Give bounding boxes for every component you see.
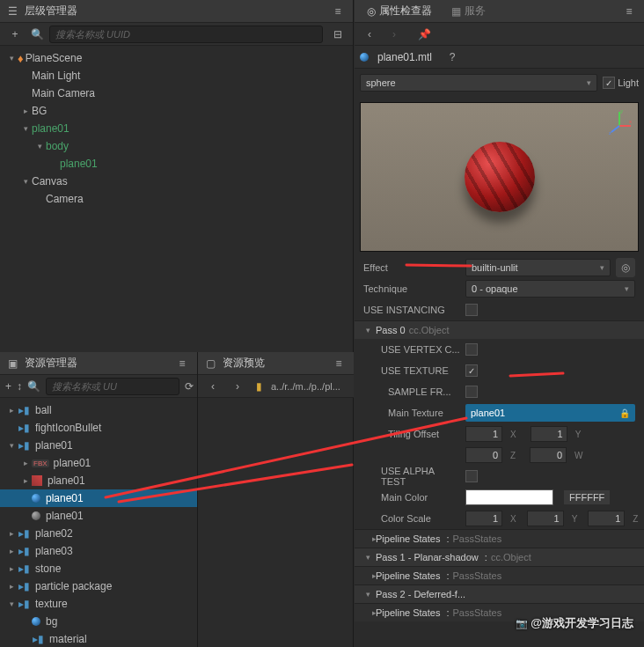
main-texture-slot[interactable]: plane01 🔒 (465, 404, 635, 422)
tree-row[interactable]: ▸▮material (0, 630, 197, 647)
tiling-w-input[interactable] (530, 447, 567, 463)
grid-icon: ▦ (451, 5, 461, 18)
pass1-header[interactable]: ▾ Pass 1 - Planar-shadow : cc.Object (355, 548, 644, 566)
folder-icon: ▸▮ (18, 562, 30, 575)
preview-menu-icon[interactable]: ≡ (329, 354, 348, 373)
tree-row[interactable]: plane01 (0, 155, 353, 173)
pipeline-states-2[interactable]: ▸ Pipeline States : PassStates (355, 603, 644, 621)
tree-label: plane01 (46, 510, 84, 522)
add-asset-button[interactable]: + (5, 377, 11, 396)
tree-row[interactable]: ▸FBXplane01 (0, 454, 197, 472)
tree-row[interactable]: ▸▮fightIconBullet (0, 419, 197, 437)
back-button[interactable]: ‹ (360, 25, 379, 44)
tree-row[interactable]: ▸BG (0, 102, 353, 120)
tree-row[interactable]: ▾▸▮plane01 (0, 437, 197, 454)
preview-icon: ▢ (203, 357, 217, 371)
svg-text:x: x (629, 119, 632, 124)
sample-from-rt-checkbox[interactable] (465, 386, 478, 398)
caret-icon: ▸ (21, 459, 30, 467)
refresh-icon[interactable]: ⟳ (185, 377, 194, 396)
preview-title: 资源预览 (223, 356, 265, 371)
tree-label: Main Camera (32, 87, 95, 99)
tree-label: material (49, 633, 87, 645)
color-scale-z-input[interactable] (588, 511, 625, 526)
light-toggle[interactable]: Light (603, 77, 639, 89)
inspector-menu-icon[interactable]: ≡ (619, 2, 639, 21)
technique-select[interactable]: 0 - opaque ▾ (465, 280, 635, 298)
pass0-header[interactable]: ▾ Pass 0 cc.Object (355, 320, 644, 339)
add-node-button[interactable]: + (5, 25, 25, 44)
tree-row[interactable]: ▸▸▮stone (0, 560, 197, 577)
tree-label: plane01 (46, 492, 84, 504)
tree-row[interactable]: ▸plane01 (0, 472, 197, 489)
color-scale-y-input[interactable] (527, 511, 564, 526)
tree-row[interactable]: ▾♦PlaneScene (0, 49, 353, 67)
chevron-right-icon: ▸ (363, 571, 372, 580)
filter-icon[interactable]: ⊟ (328, 25, 348, 44)
tree-row[interactable]: Main Camera (0, 85, 353, 102)
tree-row[interactable]: plane01 (0, 489, 197, 507)
main-color-swatch[interactable] (465, 489, 553, 505)
use-vertex-color-checkbox[interactable] (465, 343, 478, 356)
chevron-down-icon: ▾ (625, 284, 629, 293)
pin-icon[interactable]: 📌 (414, 25, 434, 44)
caret-icon: ▸ (21, 107, 30, 115)
main-color-label: Main Color (363, 492, 460, 503)
folder-icon: ▣ (5, 357, 19, 371)
material-preview[interactable]: y x z (360, 102, 639, 252)
image-icon (32, 475, 42, 486)
color-scale-x-input[interactable] (465, 511, 502, 526)
help-icon[interactable]: ? (443, 48, 462, 67)
tree-label: plane01 (35, 439, 73, 452)
material-icon (32, 511, 40, 520)
tree-row[interactable]: ▾body (0, 137, 353, 155)
lock-icon: 🔒 (619, 408, 630, 418)
tree-row[interactable]: ▸▸▮plane02 (0, 525, 197, 542)
tiling-z-input[interactable] (465, 447, 502, 463)
prev-button[interactable]: ‹ (203, 377, 223, 396)
folder-icon: ▸▮ (18, 598, 30, 610)
chevron-down-icon: ▾ (600, 263, 604, 272)
hierarchy-search-input[interactable] (49, 26, 323, 43)
menu-icon[interactable]: ≡ (328, 2, 348, 21)
effect-label: Effect (363, 262, 460, 273)
forward-button[interactable]: › (384, 25, 404, 44)
light-checkbox[interactable] (603, 77, 615, 89)
tree-row[interactable]: ▸▸▮ball (0, 401, 197, 419)
preview-mesh-select[interactable]: sphere ▾ (360, 74, 597, 92)
breadcrumb[interactable]: a../r../m../p../pl... (271, 381, 340, 392)
tree-row[interactable]: Camera (0, 190, 353, 208)
tree-label: PlaneScene (26, 52, 83, 64)
effect-select[interactable]: builtin-unlit ▾ (465, 259, 611, 276)
inspector-tab[interactable]: ◎ 属性检查器 (360, 0, 439, 22)
use-instancing-checkbox[interactable] (465, 304, 478, 316)
caret-icon: ▾ (21, 177, 30, 186)
tree-row[interactable]: ▾Canvas (0, 173, 353, 190)
tree-row[interactable]: ▾▸▮texture (0, 595, 197, 613)
assets-search-input[interactable] (46, 378, 179, 395)
folder-icon: ▸▮ (18, 527, 30, 540)
use-texture-checkbox[interactable] (465, 364, 478, 377)
services-tab[interactable]: ▦ 服务 (444, 0, 493, 22)
tree-label: body (46, 140, 69, 152)
pipeline-states-0[interactable]: ▸ Pipeline States : PassStates (355, 529, 644, 548)
tree-row[interactable]: ▸▸▮plane03 (0, 542, 197, 560)
tiling-y-input[interactable] (531, 426, 567, 442)
tree-row[interactable]: plane01 (0, 507, 197, 525)
tree-row[interactable]: Main Light (0, 67, 353, 85)
main-texture-label: Main Texture (363, 408, 460, 418)
chevron-down-icon: ▾ (587, 78, 591, 87)
sort-icon[interactable]: ↕ (17, 377, 22, 396)
caret-icon: ▸ (7, 564, 16, 573)
fire-icon: ♦ (18, 52, 24, 65)
locate-effect-button[interactable]: ◎ (616, 258, 635, 277)
tree-row[interactable]: ▾plane01 (0, 120, 353, 137)
assets-menu-icon[interactable]: ≡ (172, 354, 192, 373)
next-button[interactable]: › (228, 377, 247, 396)
tiling-x-input[interactable] (465, 426, 502, 442)
pipeline-states-1[interactable]: ▸ Pipeline States : PassStates (355, 566, 644, 585)
tree-row[interactable]: bg (0, 613, 197, 630)
tree-row[interactable]: ▸▸▮particle package (0, 577, 197, 595)
use-alpha-test-checkbox[interactable] (465, 470, 478, 482)
pass2-header[interactable]: ▾ Pass 2 - Deferred-f... (355, 585, 644, 603)
